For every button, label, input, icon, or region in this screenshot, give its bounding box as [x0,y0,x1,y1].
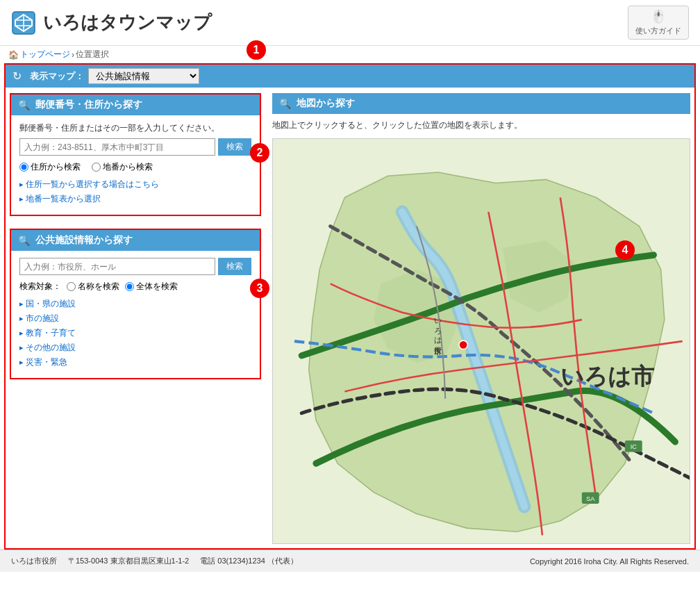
step-number-1: 1 [247,40,266,60]
home-icon: 🏠 [8,50,19,60]
search-target-label: 検索対象： [19,281,61,293]
address-hint: 郵便番号・住所またはその一部を入力してください。 [19,122,251,134]
help-icon: 🖱️ [651,9,666,24]
map-selector-bar: ↻ 表示マップ： 公共施設情報 ハザードマップ 施設マップ [4,63,696,88]
facility-link-item-4: その他の施設 [19,342,251,354]
radio-name-label[interactable]: 名称を検索 [67,281,119,293]
map-svg: いろは市役所 いろは市 IC SA [273,139,690,543]
radio-all-label[interactable]: 全体を検索 [125,281,178,293]
address-search-section: 2 🔍 郵便番号・住所から探す 郵便番号・住所またはその一部を入力してください。… [10,93,261,216]
facility-search-row: 検索 [19,258,251,275]
breadcrumb: 🏠 トップページ › 位置選択 [0,46,700,63]
facility-input[interactable] [19,258,215,275]
footer-left: いろは市役所 〒153-0043 東京都目黒区東山1-1-2 電話 03(123… [11,556,298,566]
facility-search-section: 3 🔍 公共施設情報から探す 検索 検索対象： 名称を検索 [10,229,261,379]
search-icon-map: 🔍 [279,98,291,109]
step-number-2: 2 [250,143,269,163]
facility-link-2[interactable]: 市の施設 [26,313,59,323]
logo-icon [11,10,36,35]
refresh-icon[interactable]: ↻ [12,69,22,83]
facility-link-item-5: 災害・緊急 [19,356,251,368]
footer-city: いろは市役所 [11,556,57,566]
address-section-header: 🔍 郵便番号・住所から探す [11,94,260,115]
map-container[interactable]: いろは市役所 いろは市 IC SA [272,138,690,544]
facility-link-5[interactable]: 災害・緊急 [26,357,67,367]
address-section-body: 郵便番号・住所またはその一部を入力してください。 検索 住所から検索 地番から検… [11,115,260,215]
address-input[interactable] [19,138,215,156]
facility-section-body: 検索 検索対象： 名称を検索 全体を検索 国 [11,251,260,378]
footer-phone: 電話 03(1234)1234 （代表） [200,556,298,566]
facility-link-item-3: 教育・子育て [19,327,251,339]
facility-link-item-1: 国・県の施設 [19,298,251,310]
search-icon-address: 🔍 [18,99,30,110]
header: いろはタウンマップ 🖱️ 使い方ガイド [0,0,700,46]
address-search-button[interactable]: 検索 [218,138,251,156]
svg-text:IC: IC [631,443,638,450]
step-number-3: 3 [250,279,269,298]
address-radio-row: 住所から検索 地番から検索 [19,161,251,173]
help-button[interactable]: 🖱️ 使い方ガイド [628,6,689,40]
logo-area: いろはタウンマップ [11,10,212,35]
radio-address[interactable] [19,163,28,172]
breadcrumb-current: 位置選択 [76,49,109,60]
address-search-row: 検索 [19,138,251,156]
city-name-label: いろは市 [560,363,655,389]
svg-text:SA: SA [586,495,595,502]
step-number-4: 4 [615,240,635,260]
map-hint: 地図上でクリックすると、クリックした位置の地図を表示します。 [272,117,690,134]
facility-section-header: 🔍 公共施設情報から探す [11,230,260,251]
left-panel: 2 🔍 郵便番号・住所から探す 郵便番号・住所またはその一部を入力してください。… [10,88,267,544]
land-list-link[interactable]: 地番一覧表から選択 [26,194,101,204]
radio-land[interactable] [92,163,101,172]
right-panel: 4 🔍 地図から探す 地図上でクリックすると、クリックした位置の地図を表示します… [267,88,690,544]
footer-copyright: Copyright 2016 Iroha City. All Rights Re… [530,557,689,566]
facility-link-4[interactable]: その他の施設 [26,343,76,352]
facility-links: 国・県の施設 市の施設 教育・子育て その他の施設 災害・緊急 [19,298,251,368]
facility-search-button[interactable]: 検索 [218,258,251,275]
search-icon-facility: 🔍 [18,235,30,246]
address-link-item-2: 地番一覧表から選択 [19,193,251,205]
footer-address: 〒153-0043 東京都目黒区東山1-1-2 [68,556,189,566]
address-links: 住所一覧から選択する場合はこちら 地番一覧表から選択 [19,179,251,205]
top-page-link[interactable]: トップページ [20,49,70,60]
breadcrumb-separator: › [72,50,74,60]
address-link-item-1: 住所一覧から選択する場合はこちら [19,179,251,190]
logo-title: いろはタウンマップ [43,10,212,35]
radio-address-label[interactable]: 住所から検索 [19,161,81,173]
city-hall-marker [459,340,467,349]
radio-name[interactable] [67,282,76,291]
search-target-row: 検索対象： 名称を検索 全体を検索 [19,281,251,293]
radio-land-label[interactable]: 地番から検索 [92,161,153,173]
footer: いろは市役所 〒153-0043 東京都目黒区東山1-1-2 電話 03(123… [0,550,700,572]
map-selector-dropdown[interactable]: 公共施設情報 ハザードマップ 施設マップ [88,68,199,84]
facility-link-3[interactable]: 教育・子育て [26,328,76,338]
address-list-link[interactable]: 住所一覧から選択する場合はこちら [26,179,159,189]
facility-link-item-2: 市の施設 [19,313,251,324]
radio-all[interactable] [125,282,134,291]
main-content: 2 🔍 郵便番号・住所から探す 郵便番号・住所またはその一部を入力してください。… [4,88,696,550]
facility-link-1[interactable]: 国・県の施設 [26,299,76,308]
map-section-header: 🔍 地図から探す [272,93,690,114]
